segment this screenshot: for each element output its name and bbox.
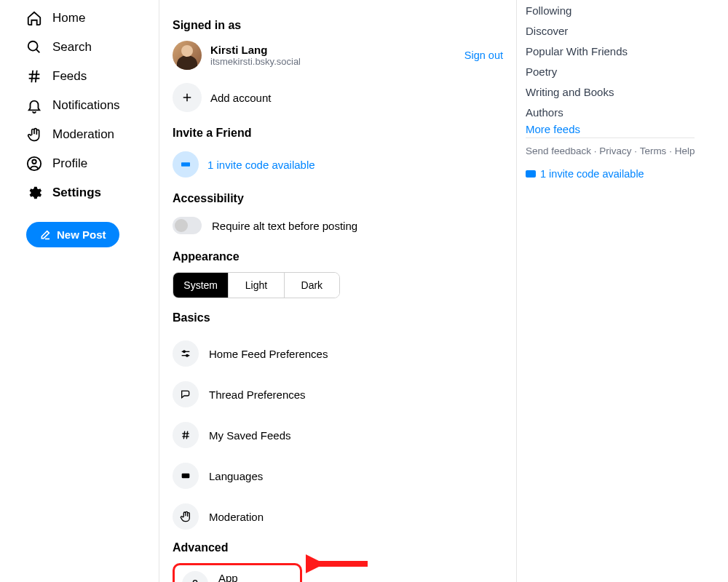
add-account-label: Add account: [210, 92, 271, 104]
nav-search[interactable]: Search: [26, 33, 159, 62]
svg-line-1: [36, 49, 40, 53]
nav-label: Search: [52, 40, 92, 55]
nav-feeds[interactable]: Feeds: [26, 62, 159, 91]
basics-heading: Basics: [173, 311, 503, 324]
feed-popular[interactable]: Popular With Friends: [526, 41, 728, 61]
app-passwords-item[interactable]: App passwords: [173, 563, 302, 582]
accessibility-heading: Accessibility: [173, 192, 503, 205]
feed-poetry[interactable]: Poetry: [526, 61, 728, 81]
list-label: Languages: [209, 470, 263, 482]
account-name: Kirsti Lang: [210, 44, 301, 56]
list-label: My Saved Feeds: [209, 429, 291, 442]
sign-out-link[interactable]: Sign out: [464, 49, 503, 61]
basics-saved-feeds[interactable]: My Saved Feeds: [173, 415, 503, 455]
footer-help[interactable]: Help: [675, 146, 695, 156]
language-icon: [173, 463, 199, 489]
avatar[interactable]: [173, 41, 202, 70]
hash-icon: [173, 422, 199, 448]
account-row: Kirsti Lang itsmekirsti.bsky.social Sign…: [173, 41, 503, 70]
nav-label: Home: [52, 11, 85, 25]
nav-home[interactable]: Home: [26, 4, 159, 33]
list-label: Home Feed Preferences: [209, 348, 328, 360]
home-icon: [26, 10, 42, 26]
footer-terms[interactable]: Terms: [640, 146, 667, 156]
appearance-light[interactable]: Light: [229, 273, 284, 298]
ticket-icon: [173, 151, 199, 178]
invite-row[interactable]: 1 invite code available: [173, 148, 503, 188]
nav-profile[interactable]: Profile: [26, 149, 159, 178]
app-passwords-label: App passwords: [218, 572, 293, 582]
basics-thread[interactable]: Thread Preferences: [173, 374, 503, 415]
invite-link: 1 invite code available: [207, 159, 315, 171]
nav-label: Feeds: [52, 69, 87, 84]
gear-icon: [26, 185, 42, 201]
list-label: Moderation: [209, 511, 264, 523]
hash-icon: [26, 68, 42, 84]
nav-moderation[interactable]: Moderation: [26, 120, 159, 149]
svg-point-7: [32, 160, 36, 164]
alt-text-toggle[interactable]: [173, 217, 202, 234]
add-account-button[interactable]: Add account: [173, 76, 503, 122]
appearance-dark[interactable]: Dark: [285, 273, 339, 298]
basics-home-feed[interactable]: Home Feed Preferences: [173, 333, 503, 374]
right-column: Following Discover Popular With Friends …: [517, 0, 728, 582]
feed-discover[interactable]: Discover: [526, 20, 728, 41]
right-invite-link[interactable]: 1 invite code available: [526, 168, 728, 180]
ticket-icon: [526, 170, 536, 178]
compose-icon: [39, 229, 51, 241]
nav-label: Moderation: [52, 127, 114, 142]
nav-notifications[interactable]: Notifications: [26, 91, 159, 120]
account-handle: itsmekirsti.bsky.social: [210, 56, 301, 67]
alt-text-row: Require alt text before posting: [173, 214, 503, 246]
list-label: Thread Preferences: [209, 388, 306, 401]
nav-settings[interactable]: Settings: [26, 178, 159, 207]
bell-icon: [26, 97, 42, 113]
advanced-heading: Advanced: [173, 541, 503, 554]
svg-line-18: [186, 431, 187, 439]
hand-icon: [173, 503, 199, 530]
svg-point-13: [183, 351, 186, 353]
settings-main: Signed in as Kirsti Lang itsmekirsti.bsk…: [159, 0, 517, 582]
svg-rect-19: [182, 474, 190, 479]
appearance-segmented: System Light Dark: [173, 272, 340, 298]
footer-links: Send feedback · Privacy · Terms · Help: [526, 146, 728, 168]
svg-rect-10: [181, 162, 190, 166]
svg-line-5: [36, 71, 37, 83]
svg-line-17: [183, 431, 184, 439]
svg-point-14: [186, 354, 189, 356]
new-post-button[interactable]: New Post: [26, 222, 119, 247]
nav-label: Settings: [52, 186, 101, 200]
invite-heading: Invite a Friend: [173, 127, 503, 140]
sliders-icon: [173, 340, 199, 367]
plus-icon: [173, 83, 202, 112]
svg-line-4: [31, 71, 33, 83]
appearance-heading: Appearance: [173, 250, 503, 263]
feed-following[interactable]: Following: [526, 0, 728, 20]
user-icon: [26, 156, 42, 172]
svg-point-0: [28, 41, 38, 51]
footer-feedback[interactable]: Send feedback: [526, 146, 591, 156]
sidebar: Home Search Feeds Notifications Moderati…: [0, 0, 159, 582]
more-feeds-link[interactable]: More feeds: [526, 119, 580, 146]
nav-label: Notifications: [52, 98, 120, 113]
chat-icon: [173, 381, 199, 407]
signed-in-heading: Signed in as: [173, 19, 503, 32]
basics-languages[interactable]: Languages: [173, 455, 503, 496]
appearance-system[interactable]: System: [173, 273, 229, 298]
nav-label: Profile: [52, 156, 87, 171]
new-post-label: New Post: [57, 228, 106, 241]
basics-moderation[interactable]: Moderation: [173, 496, 503, 537]
footer-privacy[interactable]: Privacy: [599, 146, 631, 156]
lock-icon: [182, 571, 208, 582]
search-icon: [26, 39, 42, 55]
right-invite-label: 1 invite code available: [540, 168, 644, 180]
feed-writing[interactable]: Writing and Books: [526, 81, 728, 102]
hand-icon: [26, 127, 42, 143]
alt-text-label: Require alt text before posting: [212, 220, 357, 232]
